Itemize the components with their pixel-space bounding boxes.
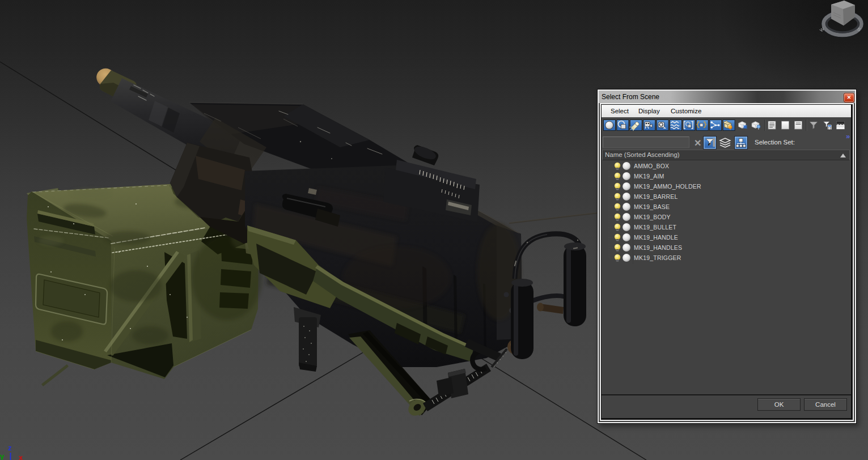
svg-text:z: z — [8, 444, 12, 452]
svg-text:x: x — [19, 453, 23, 460]
svg-text:y: y — [0, 452, 5, 460]
